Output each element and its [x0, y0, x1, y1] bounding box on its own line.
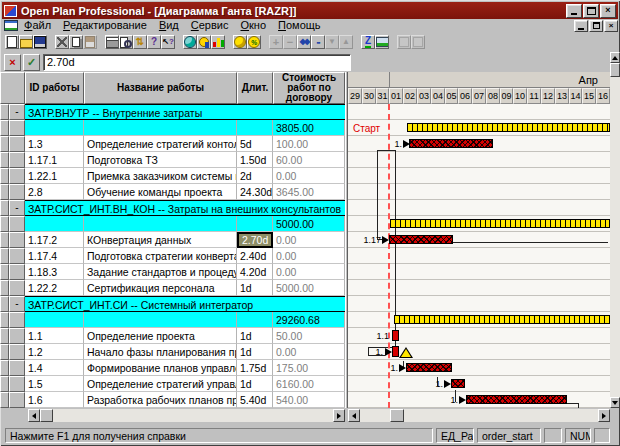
row-marker-cell[interactable] [0, 104, 9, 120]
scroll-up-button[interactable] [610, 52, 620, 63]
percent-complete-button[interactable]: % [247, 35, 261, 49]
vertical-scrollbar[interactable] [610, 52, 620, 408]
day-cell[interactable]: 03 [417, 88, 431, 104]
child-minimize-button[interactable] [574, 20, 588, 32]
print-preview-button[interactable] [119, 35, 133, 49]
day-cell[interactable]: 15 [582, 88, 596, 104]
print-button[interactable] [105, 35, 119, 49]
menu-item-5[interactable]: Помощь [272, 19, 327, 32]
row-marker-cell[interactable] [0, 248, 9, 264]
row-marker-cell[interactable] [9, 168, 25, 184]
menu-item-3[interactable]: Сервис [185, 19, 235, 32]
child-close-button[interactable]: × [604, 20, 618, 32]
task-duration-cell[interactable]: 1d [237, 344, 273, 360]
day-cell[interactable]: 10 [513, 88, 527, 104]
row-marker-cell[interactable] [9, 264, 25, 280]
row-marker-cell[interactable] [0, 312, 9, 328]
task-id-cell[interactable]: 1.17.2 [25, 232, 84, 248]
task-duration-cell[interactable]: 1.50d [237, 152, 273, 168]
vertical-scroll-thumb[interactable] [610, 63, 620, 77]
task-name-cell[interactable]: Определение проекта [84, 328, 237, 344]
task-duration-cell[interactable]: 24.30d [237, 184, 273, 200]
day-cell[interactable]: 13 [555, 88, 569, 104]
row-marker-cell[interactable] [0, 200, 9, 216]
task-id-cell[interactable]: 1.5 [25, 376, 84, 392]
row-marker-cell[interactable] [0, 264, 9, 280]
group-header-row[interactable]: ЗАТР.СИСТ_ИНТ.СИ -- Системный интегратор [25, 296, 345, 312]
row-marker-cell[interactable] [9, 152, 25, 168]
task-cost-cell[interactable]: 175.00 [273, 360, 345, 376]
task-cost-cell[interactable]: 540.00 [273, 392, 345, 408]
summary-cost-cell[interactable]: 3805.00 [273, 120, 345, 136]
confirm-edit-button[interactable]: ✓ [23, 54, 40, 71]
day-cell[interactable]: 04 [431, 88, 445, 104]
row-marker-cell[interactable] [9, 232, 25, 248]
gantt-scroll-left-button[interactable] [348, 409, 360, 422]
day-cell[interactable]: 06 [458, 88, 472, 104]
summary-duration-cell[interactable] [237, 216, 273, 232]
milestone-bar[interactable] [392, 346, 399, 357]
day-cell[interactable]: 16 [596, 88, 610, 104]
row-marker-cell[interactable] [9, 216, 25, 232]
menu-item-0[interactable]: Файл [18, 19, 57, 32]
histogram-button[interactable] [211, 35, 225, 49]
task-cost-cell[interactable]: 50.00 [273, 328, 345, 344]
row-marker-cell[interactable] [9, 120, 25, 136]
document-window-icon[interactable] [4, 20, 18, 31]
cost-coin-button[interactable] [233, 35, 247, 49]
open-button[interactable] [19, 35, 33, 49]
row-marker-cell[interactable] [9, 360, 25, 376]
milestone-bar[interactable] [392, 330, 399, 341]
gantt-scroll-thumb[interactable] [390, 409, 404, 422]
summary-cost-cell[interactable]: 29260.68 [273, 312, 345, 328]
task-duration-cell[interactable]: 1d [237, 376, 273, 392]
day-cell[interactable]: 05 [445, 88, 458, 104]
day-cell[interactable]: 31 [376, 88, 389, 104]
row-marker-cell[interactable] [0, 184, 9, 200]
cell-edit-input[interactable] [43, 54, 351, 71]
day-cell[interactable]: 02 [403, 88, 417, 104]
task-cost-cell[interactable]: 60.00 [273, 152, 345, 168]
summary-bar[interactable] [390, 219, 610, 228]
help-button[interactable]: ? [147, 35, 161, 49]
menu-item-2[interactable]: Вид [153, 19, 185, 32]
task-name-cell[interactable]: Начало фазы планирования проекта [84, 344, 237, 360]
column-header-name[interactable]: Название работы [84, 72, 237, 104]
sort-updown-button[interactable]: ⇅ [133, 35, 147, 49]
task-cost-cell[interactable]: 0.00 [273, 232, 345, 248]
day-cell[interactable]: 07 [472, 88, 486, 104]
cut-button[interactable] [55, 35, 69, 49]
time-analysis-clock-button[interactable] [183, 35, 197, 49]
task-duration-cell[interactable]: 1.75d [237, 360, 273, 376]
task-bar[interactable] [389, 235, 453, 244]
row-marker-cell[interactable] [0, 328, 9, 344]
task-name-cell[interactable]: Определение стратегий контоля и отч [84, 136, 237, 152]
summary-id-cell[interactable] [25, 312, 84, 328]
menu-item-1[interactable]: Редактирование [57, 19, 153, 32]
summary-id-cell[interactable] [25, 216, 84, 232]
table-horizontal-scrollbar[interactable] [28, 409, 345, 422]
summary-bar[interactable] [407, 123, 610, 132]
context-help-button[interactable]: ↖? [161, 35, 175, 49]
task-name-cell[interactable]: Разработка рабочих планов проекта [84, 392, 237, 408]
day-cell[interactable]: 09 [500, 88, 513, 104]
task-duration-cell[interactable]: 2.40d [237, 248, 273, 264]
task-duration-cell[interactable]: 4.20d [237, 264, 273, 280]
cancel-edit-button[interactable]: × [4, 54, 21, 71]
task-duration-cell[interactable]: 1d [237, 328, 273, 344]
task-name-cell[interactable]: Задание стандартов и процедур по д [84, 264, 237, 280]
summary-cost-cell[interactable]: 5000.00 [273, 216, 345, 232]
row-marker-cell[interactable] [0, 360, 9, 376]
collapse-toggle[interactable]: - [9, 104, 25, 120]
day-cell[interactable]: 11 [527, 88, 541, 104]
unlink-button[interactable]: ▪▪ [311, 35, 325, 49]
summary-bar[interactable] [394, 315, 610, 324]
day-cell[interactable]: 01 [389, 88, 403, 104]
row-marker-cell[interactable] [0, 296, 9, 312]
day-cell[interactable]: 08 [486, 88, 500, 104]
task-duration-cell[interactable]: 1d [237, 280, 273, 296]
task-id-cell[interactable]: 1.3 [25, 136, 84, 152]
minimize-button[interactable] [566, 4, 582, 18]
task-id-cell[interactable]: 1.22.1 [25, 168, 84, 184]
row-marker-cell[interactable] [9, 280, 25, 296]
